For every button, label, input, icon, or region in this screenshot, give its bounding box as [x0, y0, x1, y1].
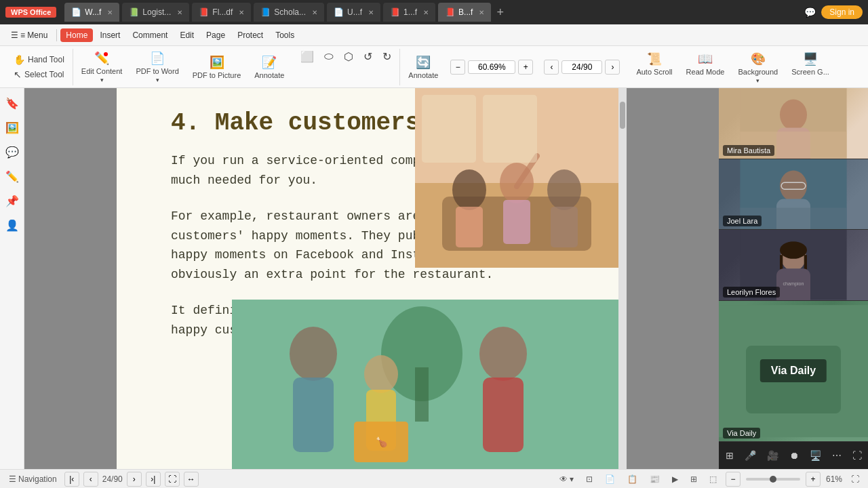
tab-schola[interactable]: 📘 Schola... ✕: [254, 3, 324, 22]
background-button[interactable]: 🎨 Background ▾: [732, 49, 783, 87]
tab-uf[interactable]: 📄 U...f ✕: [327, 3, 380, 22]
auto-scroll-button[interactable]: 📜 Auto Scroll: [631, 49, 677, 79]
video-tile-joel: Joel Lara: [719, 159, 868, 230]
titlebar: WPS Office 📄 W...f ✕ 📗 Logist... ✕ 📕 Fl.…: [0, 0, 868, 24]
mic-button[interactable]: 🎤: [742, 447, 759, 464]
arc-tool[interactable]: ↻: [378, 49, 395, 64]
menu-item-edit[interactable]: Edit: [174, 28, 199, 42]
menu-item-page[interactable]: Page: [201, 28, 231, 42]
scrollbar[interactable]: [618, 88, 627, 469]
zoom-out-button[interactable]: −: [450, 60, 465, 75]
sidebar-edit-icon[interactable]: ✏️: [3, 167, 22, 186]
pdf-to-picture-button[interactable]: 🖼️ PDF to Picture: [187, 52, 247, 82]
page-input[interactable]: [561, 60, 602, 74]
svg-rect-4: [456, 207, 483, 247]
tab-close-icon[interactable]: ✕: [312, 9, 317, 16]
zoom-in-button[interactable]: +: [518, 60, 533, 75]
tool-group-select: ✋ Hand Tool ↖ Select Tool: [5, 49, 73, 85]
scroll-icon: 📜: [647, 52, 662, 66]
sign-in-button[interactable]: Sign in: [821, 5, 863, 19]
menu-button[interactable]: ☰≡ Menu: [5, 28, 53, 42]
annotate-button[interactable]: 📝 Annotate: [249, 52, 290, 82]
expand-button[interactable]: ⛶: [850, 447, 865, 464]
prev-page-button[interactable]: ‹: [544, 60, 559, 75]
add-tab-button[interactable]: +: [496, 5, 504, 20]
svg-text:champion: champion: [783, 281, 804, 287]
status-right: 👁 ▾ ⊡ 📄 📋 📰 ▶ ⊞ ⬚ − + 61% ⛶: [556, 472, 863, 487]
last-page-button[interactable]: ›|: [146, 472, 161, 487]
scroll-thumb[interactable]: [620, 102, 625, 129]
zoom-slider[interactable]: [746, 478, 800, 481]
select-tool-button[interactable]: ↖ Select Tool: [9, 68, 68, 81]
page-counter: 24/90: [102, 474, 123, 484]
fit-page-button[interactable]: ⛶: [165, 472, 180, 487]
fit-width-button[interactable]: ↔: [184, 472, 199, 487]
svg-point-28: [780, 170, 807, 201]
camera-button[interactable]: 🎥: [764, 447, 781, 464]
zoom-in-status-button[interactable]: +: [806, 472, 821, 487]
tab-close-icon[interactable]: ✕: [423, 9, 429, 16]
tab-close-icon[interactable]: ✕: [177, 9, 182, 16]
aspect-button[interactable]: ⊞: [687, 473, 701, 485]
pdf-to-word-button[interactable]: 📄 PDF to Word ▾: [130, 48, 184, 86]
sidebar-user-icon[interactable]: 👤: [3, 216, 22, 235]
oval-tool[interactable]: ⬭: [320, 49, 338, 64]
more-options-button[interactable]: ⋯: [829, 447, 844, 464]
next-page-status-button[interactable]: ›: [127, 472, 142, 487]
tab-close-icon[interactable]: ✕: [368, 9, 374, 16]
grid-view-button[interactable]: ⊞: [723, 447, 736, 464]
tab-close-icon[interactable]: ✕: [479, 9, 484, 16]
menu-item-comment[interactable]: Comment: [127, 28, 173, 42]
svg-rect-8: [551, 207, 578, 247]
crop-button[interactable]: ⬚: [706, 473, 720, 485]
tab-close-icon[interactable]: ✕: [107, 9, 113, 16]
tool-group-right: 📜 Auto Scroll 📖 Read Mode 🎨 Background ▾…: [627, 49, 838, 85]
video-label-leorilyn: Leorilyn Flores: [723, 287, 780, 298]
video-label-via-daily: Via Daily: [723, 428, 760, 439]
poly-tool[interactable]: ⬡: [340, 49, 357, 64]
fit-button[interactable]: ⊡: [583, 473, 596, 485]
tab-close-icon[interactable]: ✕: [239, 9, 244, 16]
navigation-button[interactable]: ☰ Navigation: [5, 473, 60, 485]
menu-item-home[interactable]: Home: [60, 28, 93, 42]
menu-item-tools[interactable]: Tools: [270, 28, 300, 42]
screen-share-button[interactable]: 🖥️: [807, 447, 824, 464]
record-button[interactable]: ⏺: [787, 447, 802, 464]
hand-tool-button[interactable]: ✋ Hand Tool: [9, 53, 68, 66]
sidebar-pin-icon[interactable]: 📌: [3, 191, 22, 210]
rotate-tool[interactable]: ↺: [359, 49, 376, 64]
single-page-button[interactable]: 📄: [601, 473, 618, 485]
pdf-image-restaurant: [415, 88, 618, 268]
screen-gl-button[interactable]: 🖥️ Screen G...: [786, 49, 835, 79]
rotate-button[interactable]: 🔄 Annotate: [403, 52, 443, 82]
read-mode-button[interactable]: 📖 Read Mode: [681, 49, 730, 79]
view-mode-button[interactable]: 👁 ▾: [556, 473, 577, 485]
tab-1f[interactable]: 📕 1...f ✕: [383, 3, 435, 22]
fullscreen-button[interactable]: ⛶: [848, 473, 863, 485]
prev-page-status-button[interactable]: ‹: [83, 472, 98, 487]
sidebar-comment-icon[interactable]: 💬: [3, 142, 22, 161]
tab-logist[interactable]: 📗 Logist... ✕: [122, 3, 189, 22]
play-button[interactable]: ▶: [669, 473, 682, 485]
feedback-icon[interactable]: 💬: [804, 7, 816, 18]
edit-content-button[interactable]: ✏️ Edit Content ▾: [76, 48, 128, 86]
rect-tool[interactable]: ⬜: [296, 49, 318, 64]
first-page-button[interactable]: |‹: [64, 472, 79, 487]
menu-item-protect[interactable]: Protect: [232, 28, 269, 42]
video-controls: ⊞ 🎤 🎥 ⏺ 🖥️ ⋯ ⛶: [719, 442, 868, 469]
scroll-button[interactable]: 📰: [646, 473, 663, 485]
zoom-out-status-button[interactable]: −: [726, 472, 741, 487]
pdf-word-icon: 📄: [150, 51, 165, 66]
sidebar-thumbnail-icon[interactable]: 🖼️: [3, 118, 22, 137]
next-page-button[interactable]: ›: [605, 60, 620, 75]
wps-logo[interactable]: WPS Office: [5, 7, 56, 18]
zoom-input[interactable]: [468, 60, 515, 74]
tab-fldf[interactable]: 📕 Fl...df ✕: [192, 3, 251, 22]
tab-bf[interactable]: 📕 B...f ✕: [438, 3, 491, 22]
menu-item-insert[interactable]: Insert: [94, 28, 125, 42]
tab-wf[interactable]: 📄 W...f ✕: [64, 3, 119, 22]
sidebar-bookmark-icon[interactable]: 🔖: [3, 94, 22, 113]
dropdown-arrow-icon: ▾: [756, 77, 760, 84]
statusbar: ☰ Navigation |‹ ‹ 24/90 › ›| ⛶ ↔ 👁 ▾ ⊡ 📄…: [0, 469, 868, 488]
two-page-button[interactable]: 📋: [624, 473, 641, 485]
